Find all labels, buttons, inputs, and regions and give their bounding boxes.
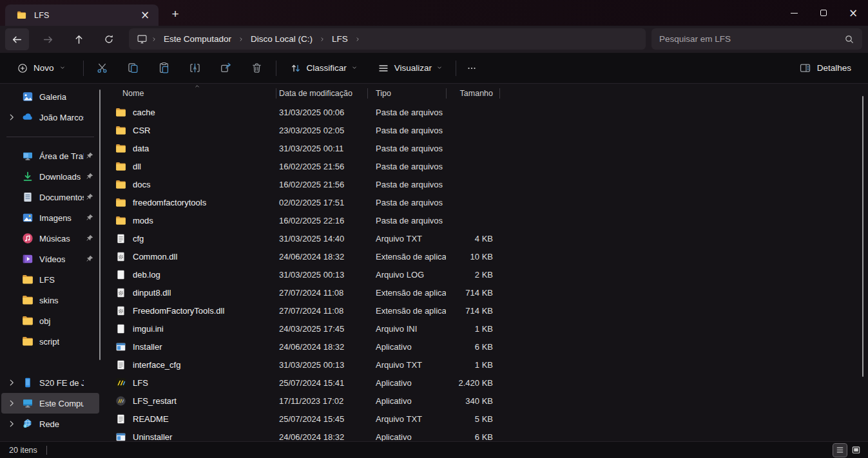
file-type: Aplicativo: [367, 378, 446, 388]
column-header-date[interactable]: Data de modificação: [276, 89, 367, 98]
column-divider[interactable]: [367, 88, 368, 99]
search-input[interactable]: [659, 34, 844, 44]
expand-chevron-icon[interactable]: [7, 113, 16, 122]
sidebar-item-skins[interactable]: skins: [1, 290, 99, 310]
explorer-tab[interactable]: LFS ×: [5, 5, 159, 26]
sidebar-item-documentos[interactable]: Documentos: [1, 187, 99, 207]
breadcrumb-item[interactable]: LFS: [326, 32, 354, 46]
breadcrumb[interactable]: Este ComputadorDisco Local (C:)LFS: [129, 28, 646, 50]
table-row[interactable]: LFS_restart17/11/2023 17:02Aplicativo340…: [103, 392, 868, 410]
details-view-button[interactable]: [833, 444, 847, 457]
sidebar-item-downloads[interactable]: Downloads: [1, 166, 99, 187]
thumbnails-view-button[interactable]: [849, 444, 863, 457]
column-header-size[interactable]: Tamanho: [446, 89, 499, 98]
sidebar-item--rea-de-trab[interactable]: Área de Trab: [1, 146, 99, 166]
folder-icon: [115, 215, 126, 226]
sidebar-item-galeria[interactable]: Galeria: [1, 86, 99, 107]
table-row[interactable]: deb.log31/03/2025 00:13Arquivo LOG2 KB: [103, 265, 868, 283]
sidebar-scrollbar[interactable]: [99, 90, 101, 360]
table-row[interactable]: CSR23/03/2025 02:05Pasta de arquivos: [103, 121, 868, 139]
breadcrumb-chevron-icon[interactable]: [237, 35, 245, 43]
column-divider[interactable]: [276, 88, 276, 99]
column-header-name[interactable]: Nome: [103, 89, 276, 98]
table-row[interactable]: cfg31/03/2025 14:40Arquivo TXT4 KB: [103, 229, 868, 247]
refresh-icon: [104, 34, 114, 44]
expand-chevron-icon[interactable]: [7, 419, 16, 428]
sidebar-item-s20-fe-de-jo-o-n[interactable]: S20 FE de João N: [1, 372, 99, 393]
table-row[interactable]: freedomfactorytools02/02/2025 17:51Pasta…: [103, 193, 868, 211]
folder-icon: [16, 10, 27, 20]
table-row[interactable]: dinput8.dll27/07/2024 11:08Extensão de a…: [103, 283, 868, 301]
forward-button[interactable]: [36, 28, 60, 50]
delete-button[interactable]: [242, 57, 273, 80]
minimize-button[interactable]: [779, 0, 809, 26]
table-row[interactable]: mods16/02/2025 22:16Pasta de arquivos: [103, 211, 868, 229]
breadcrumb-chevron-icon[interactable]: [354, 35, 362, 43]
close-button[interactable]: ×: [838, 0, 868, 26]
pictures-icon: [22, 212, 34, 224]
paste-button[interactable]: [149, 57, 180, 80]
table-row[interactable]: cache31/03/2025 00:06Pasta de arquivos: [103, 103, 868, 121]
table-row[interactable]: data31/03/2025 00:11Pasta de arquivos: [103, 139, 868, 157]
rename-icon: A: [189, 62, 201, 74]
search-icon[interactable]: [844, 34, 854, 44]
search-box[interactable]: [651, 28, 862, 50]
new-tab-button[interactable]: +: [166, 6, 185, 22]
expand-chevron-icon[interactable]: [7, 378, 16, 387]
column-header-type[interactable]: Tipo: [367, 89, 446, 98]
table-row[interactable]: README25/07/2024 15:45Arquivo TXT5 KB: [103, 410, 868, 428]
sidebar-item-label: S20 FE de João N: [39, 378, 84, 388]
new-button[interactable]: Novo: [10, 59, 72, 78]
table-row[interactable]: Common.dll24/06/2024 18:32Extensão de ap…: [103, 247, 868, 265]
expand-chevron-icon[interactable]: [7, 399, 16, 408]
tab-close-icon[interactable]: ×: [137, 8, 153, 23]
refresh-button[interactable]: [97, 28, 121, 50]
details-pane-label: Detalhes: [817, 63, 851, 73]
toolbar-divider: [276, 61, 276, 76]
sidebar-item-jo-o-marcos-vie[interactable]: João Marcos Vie: [1, 107, 99, 128]
sidebar-item-imagens[interactable]: Imagens: [1, 207, 99, 228]
breadcrumb-item[interactable]: Este Computador: [158, 32, 237, 46]
more-options-button[interactable]: [459, 57, 484, 80]
sort-menu-button[interactable]: Classificar: [282, 58, 365, 79]
table-row[interactable]: docs16/02/2025 21:56Pasta de arquivos: [103, 175, 868, 193]
breadcrumb-item[interactable]: Disco Local (C:): [245, 32, 318, 46]
up-button[interactable]: [67, 28, 91, 50]
dll-icon: [115, 251, 126, 262]
table-row[interactable]: dll16/02/2025 21:56Pasta de arquivos: [103, 157, 868, 175]
sort-ascending-icon: [194, 84, 200, 89]
view-menu-button[interactable]: Visualizar: [370, 58, 450, 79]
sidebar-item-rede[interactable]: Rede: [1, 414, 99, 434]
rename-button[interactable]: A: [180, 57, 211, 80]
copy-button[interactable]: [118, 57, 149, 80]
sidebar-item-v-deos[interactable]: Vídeos: [1, 249, 99, 269]
sidebar-item-m-sicas[interactable]: Músicas: [1, 228, 99, 249]
share-icon: [220, 62, 232, 74]
breadcrumb-chevron-icon[interactable]: [150, 35, 158, 43]
table-row[interactable]: LFS25/07/2024 15:41Aplicativo2.420 KB: [103, 374, 868, 392]
table-row[interactable]: FreedomFactoryTools.dll27/07/2024 11:08E…: [103, 301, 868, 320]
table-row[interactable]: Installer24/06/2024 18:32Aplicativo6 KB: [103, 338, 868, 356]
details-pane-button[interactable]: Detalhes: [793, 57, 858, 79]
file-name: deb.log: [133, 270, 160, 280]
table-row[interactable]: imgui.ini24/03/2025 17:45Arquivo INI1 KB: [103, 320, 868, 338]
back-button[interactable]: [5, 28, 29, 50]
file-date: 02/02/2025 17:51: [276, 198, 367, 207]
sidebar-item-este-computado[interactable]: Este Computado: [1, 393, 99, 414]
file-list-scrollbar[interactable]: [862, 96, 863, 377]
sidebar-item-script[interactable]: script: [1, 331, 99, 352]
file-date: 27/07/2024 11:08: [276, 288, 367, 298]
maximize-button[interactable]: [809, 0, 838, 26]
file-date: 16/02/2025 22:16: [276, 216, 367, 225]
sidebar-item-obj[interactable]: obj: [1, 310, 99, 331]
column-divider[interactable]: [499, 88, 500, 99]
breadcrumb-chevron-icon[interactable]: [318, 35, 326, 43]
file-type: Pasta de arquivos: [367, 108, 446, 117]
table-row[interactable]: interface_cfg31/03/2025 00:13Arquivo TXT…: [103, 356, 868, 374]
sidebar-item-lfs[interactable]: LFS: [1, 269, 99, 290]
column-divider[interactable]: [446, 88, 447, 99]
trash-icon: [251, 62, 263, 74]
share-button[interactable]: [211, 57, 242, 80]
table-row[interactable]: Uninstaller24/06/2024 18:32Aplicativo6 K…: [103, 428, 868, 441]
cut-button[interactable]: [87, 57, 118, 80]
